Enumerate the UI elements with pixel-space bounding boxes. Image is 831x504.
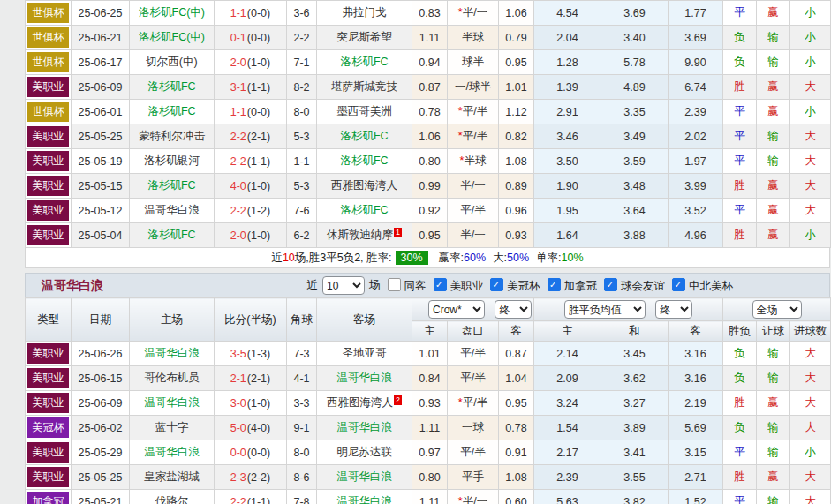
ah-away-odds: 0.95 — [499, 391, 534, 416]
away-team: 洛杉矶FC — [317, 50, 412, 75]
result-handicap: 赢 — [757, 391, 790, 416]
league-cell: 美职业 — [26, 223, 72, 248]
fulltime-score: 1-1 — [230, 106, 246, 118]
result-overunder: 大 — [790, 416, 831, 440]
filter-checkbox-中北美杯[interactable] — [672, 278, 685, 291]
corners: 7-6 — [287, 199, 317, 223]
ah-home-odds: 0.84 — [412, 366, 448, 391]
ah-away-odds: 1.12 — [499, 100, 534, 124]
league-cell: 世俱杯 — [26, 1, 72, 26]
eu-away-odds: 2.19 — [669, 391, 723, 416]
result-overunder: 大 — [790, 75, 831, 100]
fulltime-score: 0-0 — [230, 447, 246, 459]
result-handicap: 输 — [757, 124, 790, 149]
fulltime-score: 2-1 — [230, 372, 246, 385]
whitecaps-matches-table: 类型 日期 主场 比分(半场) 角球 客场 Crow* 终 胜平负均值 终 — [25, 297, 831, 504]
fulltime-score: 4-0 — [230, 180, 246, 192]
eu-home-odds: 2.04 — [534, 26, 601, 50]
league-filter-checkboxes: 同客美职业美冠杯加拿冠球会友谊中北美杯 — [382, 278, 735, 294]
match-date: 25-06-17 — [72, 50, 130, 75]
home-team: 皇家盐湖城 — [130, 465, 215, 490]
corners: 5-3 — [287, 174, 317, 199]
filter-checkbox-美冠杯[interactable] — [490, 278, 503, 291]
eu-home-odds: 2.14 — [534, 342, 601, 366]
eu-draw-odds: 3.88 — [601, 223, 669, 248]
filter-checkbox-加拿冠[interactable] — [548, 278, 561, 291]
rank-badge: 2 — [394, 395, 402, 405]
corners: 7-8 — [287, 490, 317, 504]
league-cell: 美职业 — [26, 199, 72, 223]
result-handicap: 赢 — [757, 75, 790, 100]
col-away: 客场 — [317, 298, 412, 342]
result-wdl: 胜 — [723, 174, 757, 199]
corners: 2-2 — [287, 26, 317, 50]
match-row: 世俱杯25-06-21洛杉矶FC(中)0-1(0-0)2-2突尼斯希望1.11半… — [26, 26, 831, 50]
corners: 8-2 — [287, 75, 317, 100]
avg-final-select[interactable]: 终 — [655, 300, 692, 319]
match-date: 25-06-02 — [72, 416, 130, 440]
match-row: 加拿冠25-05-21伐路尔2-2(1-1)7-8温哥华白浪1.11*半/一0.… — [26, 490, 831, 504]
lafc-recent-matches-table: 世俱杯25-06-25洛杉矶FC(中)1-1(0-0)3-6弗拉门戈0.83*半… — [25, 0, 831, 248]
halftime-score: (0-0) — [247, 106, 270, 118]
games-count-select[interactable]: 10 — [322, 276, 365, 295]
col-type: 类型 — [26, 298, 72, 342]
avg-odds-select[interactable]: 胜平负均值 — [564, 300, 646, 319]
ah-home-odds: 1.01 — [412, 342, 448, 366]
league-badge: 美职业 — [27, 467, 69, 487]
eu-draw-odds: 5.78 — [601, 50, 669, 75]
ah-home-odds: 0.80 — [412, 465, 448, 490]
filter-checkbox-美职业[interactable] — [434, 278, 447, 291]
corners: 5-3 — [287, 124, 317, 149]
home-team: 温哥华白浪 — [130, 199, 215, 223]
ah-home-odds: 0.99 — [412, 174, 448, 199]
score: 2-2(1-1) — [215, 149, 287, 174]
ah-away-odds: 1.08 — [499, 465, 534, 490]
home-team: 洛杉矶FC — [130, 75, 215, 100]
subcol-handicap: 盘口 — [448, 321, 499, 342]
odds-final-select[interactable]: 终 — [495, 300, 532, 319]
score: 2-0(1-0) — [215, 223, 287, 248]
home-team: 哥伦布机员 — [130, 366, 215, 391]
away-team: 温哥华白浪 — [317, 416, 412, 440]
odds-provider-select[interactable]: Crow* — [428, 300, 485, 319]
result-wdl: 胜 — [723, 465, 757, 490]
corners: 8-6 — [287, 465, 317, 490]
corners: 8-0 — [287, 100, 317, 124]
fulltime-score: 3-1 — [230, 81, 246, 94]
eu-draw-odds: 3.89 — [601, 416, 669, 440]
home-team: 洛杉矶FC — [130, 223, 215, 248]
handicap-star: * — [460, 154, 465, 167]
over-rate-value: 50% — [507, 252, 529, 264]
eu-away-odds: 3.16 — [669, 342, 723, 366]
match-row: 美职业25-05-25皇家盐湖城2-3(2-2)8-6温哥华白浪0.80平手1.… — [26, 465, 831, 490]
league-cell: 美职业 — [26, 124, 72, 149]
handicap-line: *平/半 — [448, 100, 499, 124]
home-team: 温哥华白浪 — [130, 391, 215, 416]
away-team: 洛杉矶FC — [317, 124, 412, 149]
result-overunder: 大 — [790, 124, 831, 149]
halftime-score: (2-2) — [247, 471, 270, 484]
league-badge: 加拿冠 — [27, 492, 69, 504]
eu-home-odds: 5.63 — [534, 490, 601, 504]
halftime-score: (0-0) — [247, 447, 270, 459]
result-overunder: 大 — [790, 342, 831, 366]
away-team: 温哥华白浪 — [317, 465, 412, 490]
handicap-line: *平/半 — [448, 391, 499, 416]
filter-checkbox-同客[interactable] — [388, 278, 401, 291]
score: 4-0(1-0) — [215, 174, 287, 199]
ah-home-odds: 1.11 — [412, 490, 448, 504]
league-cell: 加拿冠 — [26, 490, 72, 504]
ah-away-odds: 0.89 — [499, 174, 534, 199]
score: 0-1(0-0) — [215, 26, 287, 50]
league-badge: 美职业 — [27, 343, 69, 364]
filter-checkbox-球会友谊[interactable] — [604, 278, 617, 291]
handicap-line: 半/一 — [448, 174, 499, 199]
result-overunder: 大 — [790, 490, 831, 504]
subcol-goals: 进球数 — [790, 321, 831, 342]
eu-draw-odds: 3.64 — [601, 199, 669, 223]
avg-odds-cell: 胜平负均值 终 — [534, 298, 723, 321]
result-wdl: 胜 — [723, 391, 757, 416]
corners: 1-1 — [287, 149, 317, 174]
scope-select[interactable]: 全场 — [752, 300, 802, 319]
away-team: 洛杉矶FC — [317, 149, 412, 174]
